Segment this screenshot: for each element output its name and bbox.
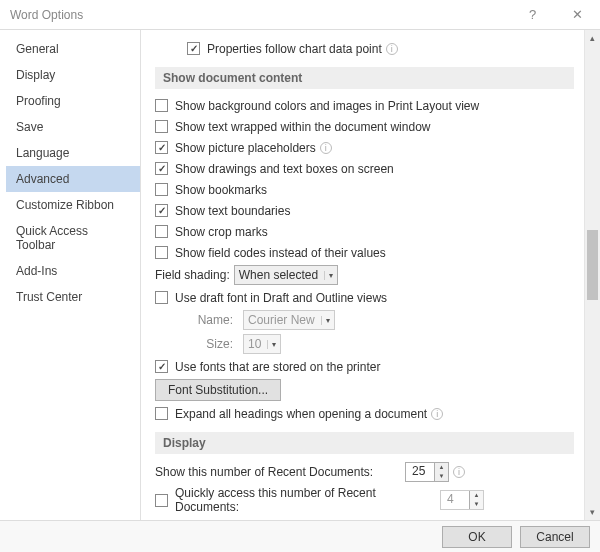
label-expand-headings: Expand all headings when opening a docum… bbox=[175, 407, 427, 421]
label-bgcolors: Show background colors and images in Pri… bbox=[175, 99, 479, 113]
label-field-shading: Field shading: bbox=[155, 268, 230, 282]
row-bookmarks: Show bookmarks bbox=[155, 179, 574, 200]
label-drawings: Show drawings and text boxes on screen bbox=[175, 162, 394, 176]
label-quick-recent: Quickly access this number of Recent Doc… bbox=[175, 486, 440, 514]
checkbox-drawings[interactable] bbox=[155, 162, 168, 175]
content-wrap: Properties follow chart data point Show … bbox=[141, 30, 600, 520]
row-font-substitution: Font Substitution... bbox=[155, 377, 574, 403]
row-field-shading: Field shading: When selected ▾ bbox=[155, 263, 574, 287]
sidebar-item-quick-access-toolbar[interactable]: Quick Access Toolbar bbox=[6, 218, 140, 258]
content: Properties follow chart data point Show … bbox=[141, 30, 584, 520]
row-draft-font: Use draft font in Draft and Outline view… bbox=[155, 287, 574, 308]
row-drawings: Show drawings and text boxes on screen bbox=[155, 158, 574, 179]
checkbox-draft-font[interactable] bbox=[155, 291, 168, 304]
row-printer-fonts: Use fonts that are stored on the printer bbox=[155, 356, 574, 377]
row-field-codes: Show field codes instead of their values bbox=[155, 242, 574, 263]
checkbox-bgcolors[interactable] bbox=[155, 99, 168, 112]
sidebar-item-display[interactable]: Display bbox=[6, 62, 140, 88]
sidebar-item-addins[interactable]: Add-Ins bbox=[6, 258, 140, 284]
info-icon[interactable] bbox=[320, 142, 332, 154]
row-bgcolors: Show background colors and images in Pri… bbox=[155, 95, 574, 116]
label-field-codes: Show field codes instead of their values bbox=[175, 246, 386, 260]
checkbox-picture-placeholders[interactable] bbox=[155, 141, 168, 154]
checkbox-field-codes[interactable] bbox=[155, 246, 168, 259]
sidebar-item-general[interactable]: General bbox=[6, 36, 140, 62]
label-crop-marks: Show crop marks bbox=[175, 225, 268, 239]
ok-button[interactable]: OK bbox=[442, 526, 512, 548]
select-draft-size: 10 ▾ bbox=[243, 334, 281, 354]
select-field-shading[interactable]: When selected ▾ bbox=[234, 265, 338, 285]
row-wrap: Show text wrapped within the document wi… bbox=[155, 116, 574, 137]
checkbox-properties-follow-chart[interactable] bbox=[187, 42, 200, 55]
checkbox-printer-fonts[interactable] bbox=[155, 360, 168, 373]
row-crop-marks: Show crop marks bbox=[155, 221, 574, 242]
vertical-scrollbar[interactable]: ▴ ▾ bbox=[584, 30, 600, 520]
sidebar-item-advanced[interactable]: Advanced bbox=[6, 166, 140, 192]
label-draft-size: Size: bbox=[187, 337, 233, 351]
label-recent-docs: Show this number of Recent Documents: bbox=[155, 465, 405, 479]
label-bookmarks: Show bookmarks bbox=[175, 183, 267, 197]
chevron-down-icon: ▾ bbox=[267, 340, 276, 349]
close-button[interactable]: ✕ bbox=[555, 0, 600, 30]
cancel-button[interactable]: Cancel bbox=[520, 526, 590, 548]
label-printer-fonts: Use fonts that are stored on the printer bbox=[175, 360, 380, 374]
row-properties-follow-chart: Properties follow chart data point bbox=[155, 38, 574, 59]
select-draft-name: Courier New ▾ bbox=[243, 310, 335, 330]
label-draft-font: Use draft font in Draft and Outline view… bbox=[175, 291, 387, 305]
label-text-boundaries: Show text boundaries bbox=[175, 204, 290, 218]
row-expand-headings: Expand all headings when opening a docum… bbox=[155, 403, 574, 424]
select-draft-name-value: Courier New bbox=[248, 313, 315, 327]
section-header-document-content: Show document content bbox=[155, 67, 574, 89]
checkbox-text-boundaries[interactable] bbox=[155, 204, 168, 217]
window-title: Word Options bbox=[10, 8, 83, 22]
titlebar: Word Options ? ✕ bbox=[0, 0, 600, 30]
row-picture-placeholders: Show picture placeholders bbox=[155, 137, 574, 158]
label-properties-follow-chart: Properties follow chart data point bbox=[207, 42, 382, 56]
sidebar-item-language[interactable]: Language bbox=[6, 140, 140, 166]
section-header-display: Display bbox=[155, 432, 574, 454]
label-picture-placeholders: Show picture placeholders bbox=[175, 141, 316, 155]
spinner-quick-recent-value: 4 bbox=[441, 491, 469, 509]
sidebar-item-proofing[interactable]: Proofing bbox=[6, 88, 140, 114]
spinner-recent-docs[interactable]: 25 ▲▼ bbox=[405, 462, 449, 482]
spinner-quick-recent: 4 ▲▼ bbox=[440, 490, 484, 510]
main: General Display Proofing Save Language A… bbox=[0, 30, 600, 520]
sidebar-item-trust-center[interactable]: Trust Center bbox=[6, 284, 140, 310]
checkbox-expand-headings[interactable] bbox=[155, 407, 168, 420]
info-icon[interactable] bbox=[386, 43, 398, 55]
scroll-thumb[interactable] bbox=[587, 230, 598, 300]
row-recent-docs: Show this number of Recent Documents: 25… bbox=[155, 460, 574, 484]
row-text-boundaries: Show text boundaries bbox=[155, 200, 574, 221]
dialog-footer: OK Cancel bbox=[0, 520, 600, 552]
checkbox-crop-marks[interactable] bbox=[155, 225, 168, 238]
label-draft-name: Name: bbox=[187, 313, 233, 327]
sidebar: General Display Proofing Save Language A… bbox=[6, 30, 141, 520]
scroll-up-icon[interactable]: ▴ bbox=[585, 30, 600, 46]
sidebar-item-customize-ribbon[interactable]: Customize Ribbon bbox=[6, 192, 140, 218]
info-icon[interactable] bbox=[453, 466, 465, 478]
sidebar-item-save[interactable]: Save bbox=[6, 114, 140, 140]
checkbox-wrap[interactable] bbox=[155, 120, 168, 133]
row-draft-size: Size: 10 ▾ bbox=[155, 332, 574, 356]
scroll-down-icon[interactable]: ▾ bbox=[585, 504, 600, 520]
chevron-down-icon: ▾ bbox=[324, 271, 333, 280]
row-quick-recent: Quickly access this number of Recent Doc… bbox=[155, 484, 574, 516]
select-draft-size-value: 10 bbox=[248, 337, 261, 351]
help-button[interactable]: ? bbox=[510, 0, 555, 30]
label-wrap: Show text wrapped within the document wi… bbox=[175, 120, 430, 134]
font-substitution-button[interactable]: Font Substitution... bbox=[155, 379, 281, 401]
spinner-buttons[interactable]: ▲▼ bbox=[434, 463, 448, 481]
info-icon[interactable] bbox=[431, 408, 443, 420]
chevron-down-icon: ▾ bbox=[321, 316, 330, 325]
checkbox-quick-recent[interactable] bbox=[155, 494, 168, 507]
select-field-shading-value: When selected bbox=[239, 268, 318, 282]
spinner-recent-docs-value: 25 bbox=[406, 463, 434, 481]
checkbox-bookmarks[interactable] bbox=[155, 183, 168, 196]
row-draft-name: Name: Courier New ▾ bbox=[155, 308, 574, 332]
spinner-buttons: ▲▼ bbox=[469, 491, 483, 509]
